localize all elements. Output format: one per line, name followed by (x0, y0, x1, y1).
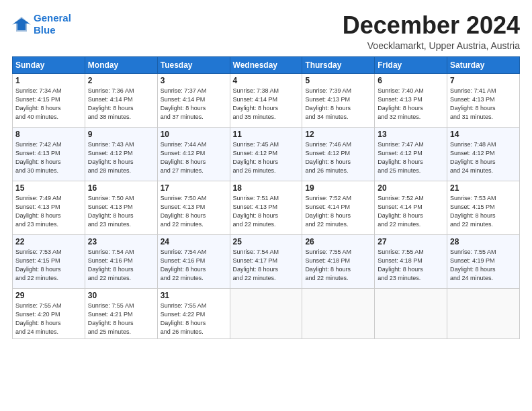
table-row: 8Sunrise: 7:42 AM Sunset: 4:13 PM Daylig… (13, 127, 85, 181)
day-number: 8 (15, 130, 82, 139)
table-row: 20Sunrise: 7:52 AM Sunset: 4:14 PM Dayli… (375, 181, 447, 234)
day-number: 17 (161, 183, 227, 193)
day-info: Sunrise: 7:55 AM Sunset: 4:21 PM Dayligh… (88, 302, 154, 336)
table-row: 17Sunrise: 7:50 AM Sunset: 4:13 PM Dayli… (157, 181, 230, 234)
day-info: Sunrise: 7:50 AM Sunset: 4:13 PM Dayligh… (161, 194, 227, 229)
table-row: 22Sunrise: 7:53 AM Sunset: 4:15 PM Dayli… (13, 234, 85, 288)
day-info: Sunrise: 7:37 AM Sunset: 4:14 PM Dayligh… (161, 87, 227, 122)
day-number: 24 (161, 237, 227, 246)
day-number: 14 (450, 130, 517, 139)
day-number: 5 (305, 76, 371, 85)
day-info: Sunrise: 7:55 AM Sunset: 4:18 PM Dayligh… (305, 248, 371, 283)
day-number: 31 (161, 291, 227, 300)
day-info: Sunrise: 7:39 AM Sunset: 4:13 PM Dayligh… (305, 87, 371, 122)
day-info: Sunrise: 7:40 AM Sunset: 4:13 PM Dayligh… (378, 87, 444, 122)
day-info: Sunrise: 7:46 AM Sunset: 4:12 PM Dayligh… (305, 140, 371, 175)
table-row: 11Sunrise: 7:45 AM Sunset: 4:12 PM Dayli… (230, 127, 302, 181)
header-thursday: Thursday (302, 56, 375, 73)
day-info: Sunrise: 7:55 AM Sunset: 4:20 PM Dayligh… (15, 302, 82, 336)
day-info: Sunrise: 7:55 AM Sunset: 4:19 PM Dayligh… (450, 248, 517, 283)
day-number: 4 (233, 76, 300, 85)
page-header: General Blue December 2024 Voecklamarkt,… (12, 12, 520, 51)
day-info: Sunrise: 7:44 AM Sunset: 4:12 PM Dayligh… (161, 140, 227, 175)
day-number: 13 (378, 130, 444, 139)
day-info: Sunrise: 7:47 AM Sunset: 4:12 PM Dayligh… (378, 140, 444, 175)
table-row: 18Sunrise: 7:51 AM Sunset: 4:13 PM Dayli… (230, 181, 302, 234)
table-row: 28Sunrise: 7:55 AM Sunset: 4:19 PM Dayli… (447, 234, 520, 288)
day-info: Sunrise: 7:43 AM Sunset: 4:12 PM Dayligh… (88, 140, 154, 175)
day-number: 27 (378, 237, 444, 246)
day-number: 26 (305, 237, 371, 246)
table-row: 3Sunrise: 7:37 AM Sunset: 4:14 PM Daylig… (157, 73, 230, 127)
day-number: 12 (305, 130, 371, 139)
table-row: 16Sunrise: 7:50 AM Sunset: 4:13 PM Dayli… (85, 181, 157, 234)
day-number: 11 (233, 130, 300, 139)
table-row: 14Sunrise: 7:48 AM Sunset: 4:12 PM Dayli… (447, 127, 520, 181)
header-saturday: Saturday (447, 56, 520, 73)
table-row: 5Sunrise: 7:39 AM Sunset: 4:13 PM Daylig… (302, 73, 375, 127)
day-info: Sunrise: 7:45 AM Sunset: 4:12 PM Dayligh… (233, 140, 300, 175)
day-number: 30 (88, 291, 154, 300)
day-info: Sunrise: 7:53 AM Sunset: 4:15 PM Dayligh… (15, 248, 82, 283)
day-number: 23 (88, 237, 154, 246)
logo-text: General Blue (34, 12, 71, 36)
table-row: 19Sunrise: 7:52 AM Sunset: 4:14 PM Dayli… (302, 181, 375, 234)
day-number: 28 (450, 237, 517, 246)
day-info: Sunrise: 7:48 AM Sunset: 4:12 PM Dayligh… (450, 140, 517, 175)
table-row: 9Sunrise: 7:43 AM Sunset: 4:12 PM Daylig… (85, 127, 157, 181)
table-row: 25Sunrise: 7:54 AM Sunset: 4:17 PM Dayli… (230, 234, 302, 288)
day-info: Sunrise: 7:34 AM Sunset: 4:15 PM Dayligh… (15, 87, 82, 122)
title-section: December 2024 Voecklamarkt, Upper Austri… (343, 12, 520, 51)
table-row: 30Sunrise: 7:55 AM Sunset: 4:21 PM Dayli… (85, 288, 157, 338)
logo: General Blue (12, 12, 71, 36)
day-number: 3 (161, 76, 227, 85)
day-info: Sunrise: 7:38 AM Sunset: 4:14 PM Dayligh… (233, 87, 300, 122)
day-info: Sunrise: 7:51 AM Sunset: 4:13 PM Dayligh… (233, 194, 300, 229)
table-row (447, 288, 520, 338)
table-row (302, 288, 375, 338)
weekday-header-row: Sunday Monday Tuesday Wednesday Thursday… (13, 56, 520, 73)
table-row: 31Sunrise: 7:55 AM Sunset: 4:22 PM Dayli… (157, 288, 230, 338)
day-info: Sunrise: 7:55 AM Sunset: 4:18 PM Dayligh… (378, 248, 444, 283)
table-row: 12Sunrise: 7:46 AM Sunset: 4:12 PM Dayli… (302, 127, 375, 181)
svg-marker-1 (12, 17, 31, 32)
header-monday: Monday (85, 56, 157, 73)
day-info: Sunrise: 7:50 AM Sunset: 4:13 PM Dayligh… (88, 194, 154, 229)
day-number: 19 (305, 183, 371, 193)
day-number: 9 (88, 130, 154, 139)
calendar-page: General Blue December 2024 Voecklamarkt,… (0, 0, 532, 411)
day-number: 29 (15, 291, 82, 300)
table-row: 6Sunrise: 7:40 AM Sunset: 4:13 PM Daylig… (375, 73, 447, 127)
day-number: 15 (15, 183, 82, 193)
table-row (375, 288, 447, 338)
header-tuesday: Tuesday (157, 56, 230, 73)
table-row: 24Sunrise: 7:54 AM Sunset: 4:16 PM Dayli… (157, 234, 230, 288)
table-row: 15Sunrise: 7:49 AM Sunset: 4:13 PM Dayli… (13, 181, 85, 234)
day-info: Sunrise: 7:53 AM Sunset: 4:15 PM Dayligh… (450, 194, 517, 229)
day-number: 6 (378, 76, 444, 85)
table-row (230, 288, 302, 338)
day-number: 21 (450, 183, 517, 193)
table-row: 26Sunrise: 7:55 AM Sunset: 4:18 PM Dayli… (302, 234, 375, 288)
table-row: 10Sunrise: 7:44 AM Sunset: 4:12 PM Dayli… (157, 127, 230, 181)
day-number: 18 (233, 183, 300, 193)
day-number: 16 (88, 183, 154, 193)
table-row: 23Sunrise: 7:54 AM Sunset: 4:16 PM Dayli… (85, 234, 157, 288)
day-info: Sunrise: 7:42 AM Sunset: 4:13 PM Dayligh… (15, 140, 82, 175)
day-info: Sunrise: 7:41 AM Sunset: 4:13 PM Dayligh… (450, 87, 517, 122)
day-number: 10 (161, 130, 227, 139)
day-info: Sunrise: 7:52 AM Sunset: 4:14 PM Dayligh… (305, 194, 371, 229)
table-row: 1Sunrise: 7:34 AM Sunset: 4:15 PM Daylig… (13, 73, 85, 127)
logo-icon (12, 17, 31, 32)
header-sunday: Sunday (13, 56, 85, 73)
table-row: 4Sunrise: 7:38 AM Sunset: 4:14 PM Daylig… (230, 73, 302, 127)
month-title: December 2024 (343, 12, 520, 39)
day-info: Sunrise: 7:54 AM Sunset: 4:16 PM Dayligh… (88, 248, 154, 283)
header-wednesday: Wednesday (230, 56, 302, 73)
day-number: 7 (450, 76, 517, 85)
day-info: Sunrise: 7:36 AM Sunset: 4:14 PM Dayligh… (88, 87, 154, 122)
day-info: Sunrise: 7:54 AM Sunset: 4:16 PM Dayligh… (161, 248, 227, 283)
day-info: Sunrise: 7:52 AM Sunset: 4:14 PM Dayligh… (378, 194, 444, 229)
day-number: 1 (15, 76, 82, 85)
day-number: 20 (378, 183, 444, 193)
